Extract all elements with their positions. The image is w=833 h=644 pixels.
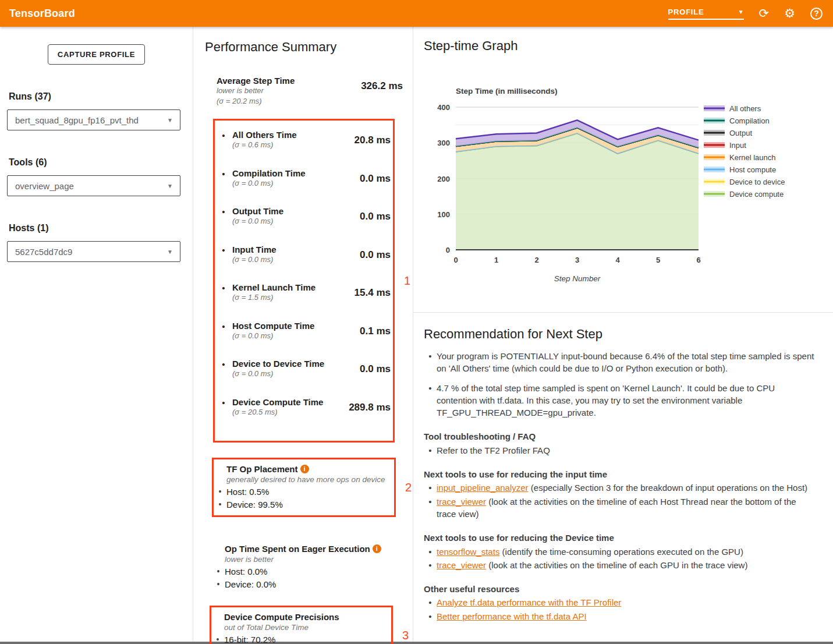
svg-text:300: 300: [437, 139, 450, 147]
metric-name: Device to Device Time: [232, 359, 335, 369]
metric-name: Device Compute Time: [232, 397, 335, 407]
svg-text:Device to device: Device to device: [729, 178, 785, 186]
summary-row-compilation: • Compilation Time (σ = 0.0 ms) 0.0 ms: [215, 168, 391, 189]
svg-text:Step Time (in milliseconds): Step Time (in milliseconds): [456, 87, 558, 95]
reco-bullet-kernel-launch: • 4.7 % of the total step time sampled i…: [424, 382, 816, 419]
eager-host: •Host: 0.0%: [212, 567, 413, 576]
trace-viewer-link[interactable]: trace_viewer: [437, 497, 486, 507]
tools-select[interactable]: overview_page ▼: [7, 175, 180, 196]
svg-text:5: 5: [656, 256, 660, 264]
metric-sigma: (σ = 0.0 ms): [232, 369, 335, 379]
tools-label: Tools (6): [9, 157, 186, 168]
metric-sigma: (σ = 0.6 ms): [232, 140, 335, 150]
annotation-box-2: TF Op Placementi generally desired to ha…: [212, 458, 396, 517]
placement-device: •Device: 99.5%: [214, 500, 394, 509]
tf-op-placement-title: TF Op Placementi: [214, 464, 394, 474]
tool-item: • trace_viewer (look at the activities o…: [424, 559, 816, 571]
annotation-box-1: • All Others Time (σ = 0.6 ms) 20.8 ms •…: [213, 119, 395, 443]
eager-device: •Device: 0.0%: [212, 579, 413, 589]
metric-sigma: (σ = 1.5 ms): [232, 292, 335, 303]
metric-sigma: (σ = 20.2 ms): [217, 96, 347, 107]
average-step-time-row: Average Step Time lower is better (σ = 2…: [217, 76, 403, 106]
dashboard-selector[interactable]: PROFILE ▼: [668, 8, 744, 20]
tensorflow-stats-link[interactable]: tensorflow_stats: [437, 547, 499, 557]
tfdata-profiler-link[interactable]: Analyze tf.data performance with the TF …: [437, 597, 621, 607]
bullet: •: [212, 579, 225, 589]
eager-note: lower is better: [212, 555, 413, 564]
bullet: •: [424, 496, 437, 521]
metric-name: Compilation Time: [232, 168, 335, 178]
recommendation-card: Recommendation for Next Step • Your prog…: [413, 313, 833, 622]
metric-name: Host Compute Time: [232, 321, 335, 331]
input-pipeline-analyzer-link[interactable]: input_pipeline_analyzer: [437, 483, 529, 493]
capture-profile-button[interactable]: CAPTURE PROFILE: [48, 44, 145, 65]
summary-row-device-compute: • Device Compute Time (σ = 20.5 ms) 289.…: [215, 397, 391, 417]
metric-note: lower is better: [217, 86, 347, 96]
bullet: •: [215, 168, 232, 189]
trace-viewer-link[interactable]: trace_viewer: [437, 560, 486, 570]
svg-text:2: 2: [534, 256, 538, 264]
tfdata-api-link[interactable]: Better performance with the tf.data API: [437, 611, 587, 621]
precisions-note: out of Total Device Time: [211, 623, 391, 632]
app-title: TensorBoard: [9, 8, 75, 20]
svg-text:Host compute: Host compute: [729, 165, 776, 174]
sidebar: CAPTURE PROFILE Runs (37) bert_squad_8gp…: [0, 27, 193, 642]
svg-text:Input: Input: [729, 141, 746, 150]
metric-name: Kernel Launch Time: [232, 282, 335, 292]
metric-name: All Others Time: [232, 130, 335, 140]
svg-text:Step Number: Step Number: [554, 274, 601, 283]
metric-sigma: (σ = 0.0 ms): [232, 331, 335, 341]
metric-value: 20.8 ms: [335, 130, 391, 150]
step-time-graph-title: Step-time Graph: [424, 38, 833, 54]
step-time-graph-card: Step-time Graph Step Time (in millisecon…: [413, 27, 833, 313]
svg-text:Kernel launch: Kernel launch: [729, 153, 776, 162]
runs-select[interactable]: bert_squad_8gpu_fp16_pvt_thd ▼: [7, 109, 180, 130]
runs-select-value: bert_squad_8gpu_fp16_pvt_thd: [15, 115, 139, 125]
runs-group: Runs (37) bert_squad_8gpu_fp16_pvt_thd ▼: [7, 91, 186, 130]
svg-text:100: 100: [437, 210, 450, 219]
svg-text:0: 0: [446, 246, 450, 254]
eager-execution-block: Op Time Spent on Eager Executioni lower …: [212, 539, 413, 594]
info-icon[interactable]: i: [300, 465, 309, 473]
precisions-title: Device Compute Precisions: [211, 612, 391, 622]
bullet: •: [424, 610, 437, 622]
tools-select-value: overview_page: [15, 181, 74, 191]
metric-name: Input Time: [232, 245, 335, 254]
top-app-bar: TensorBoard PROFILE ▼ ⟳ ⚙ ?: [0, 0, 833, 27]
metric-value: 289.8 ms: [335, 397, 391, 417]
gear-icon[interactable]: ⚙: [784, 7, 795, 20]
annotation-number-1: 1: [404, 274, 410, 288]
hosts-label: Hosts (1): [9, 223, 186, 233]
svg-text:Output: Output: [729, 129, 752, 137]
placement-host: •Host: 0.5%: [214, 487, 394, 497]
svg-text:4: 4: [615, 256, 620, 264]
resource-item: • Better performance with the tf.data AP…: [424, 610, 816, 622]
help-icon[interactable]: ?: [810, 8, 823, 20]
hosts-select[interactable]: 5627c5dd7dc9 ▼: [7, 241, 180, 262]
dropdown-caret-icon: ▼: [167, 183, 173, 189]
svg-text:1: 1: [494, 256, 498, 264]
metric-value: 326.2 ms: [347, 76, 403, 106]
window-bottom-edge: [0, 642, 833, 644]
bullet: •: [424, 546, 437, 558]
refresh-icon[interactable]: ⟳: [759, 7, 770, 20]
dropdown-caret-icon: ▼: [167, 117, 173, 123]
metric-value: 0.0 ms: [335, 206, 391, 227]
summary-row-input: • Input Time (σ = 0.0 ms) 0.0 ms: [215, 245, 391, 265]
bullet: •: [211, 635, 224, 644]
step-time-chart[interactable]: Step Time (in milliseconds)0100200300400…: [424, 65, 831, 292]
metric-value: 0.0 ms: [335, 359, 391, 379]
bullet: •: [212, 567, 225, 576]
info-icon[interactable]: i: [373, 544, 381, 553]
bullet: •: [424, 559, 437, 571]
runs-label: Runs (37): [9, 91, 186, 102]
svg-text:All others: All others: [729, 104, 761, 113]
reco-bullet-input-bound: • Your program is POTENTIALLY input-boun…: [424, 350, 816, 375]
bullet: •: [215, 397, 232, 417]
bullet: •: [214, 487, 226, 497]
section-heading-faq: Tool troubleshooting / FAQ: [424, 430, 816, 443]
performance-summary-title: Performance Summary: [205, 40, 413, 55]
svg-text:6: 6: [696, 256, 700, 264]
performance-summary-panel: Performance Summary Average Step Time lo…: [193, 27, 413, 642]
hosts-select-value: 5627c5dd7dc9: [15, 247, 72, 257]
